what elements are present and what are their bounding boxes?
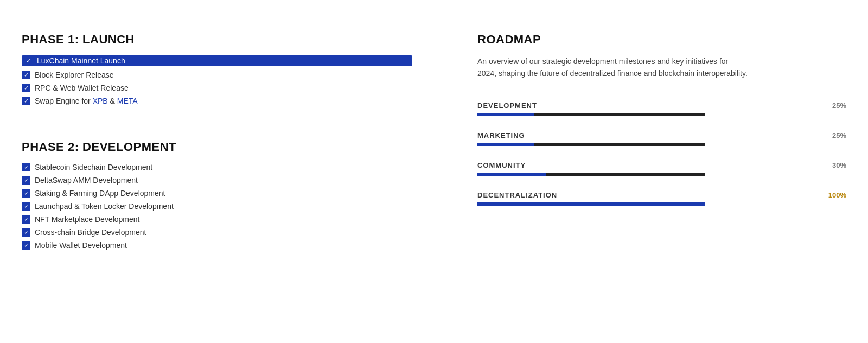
progress-decentralization: DECENTRALIZATION 100% (477, 191, 846, 206)
list-item: ✓ NFT Marketplace Development (22, 215, 412, 224)
checkbox-icon: ✓ (22, 84, 30, 92)
progress-bar-fill-marketing (477, 143, 534, 146)
roadmap-description: An overview of our strategic development… (477, 55, 749, 80)
page-container: PHASE 1: LAUNCH ✓ LuxChain Mainnet Launc… (0, 0, 868, 289)
list-item: ✓ Launchpad & Token Locker Development (22, 202, 412, 211)
progress-bar-fill-development (477, 113, 534, 116)
progress-pct-decentralization: 100% (828, 191, 846, 199)
list-item: ✓ Cross-chain Bridge Development (22, 228, 412, 237)
phase1-item-mainnet: LuxChain Mainnet Launch (37, 56, 125, 65)
progress-header-development: DEVELOPMENT 25% (477, 101, 846, 110)
left-panel: PHASE 1: LAUNCH ✓ LuxChain Mainnet Launc… (22, 33, 434, 267)
progress-header-marketing: MARKETING 25% (477, 131, 846, 139)
list-item: ✓ Stablecoin Sidechain Development (22, 163, 412, 172)
progress-pct-marketing: 25% (832, 131, 846, 139)
checkbox-icon: ✓ (22, 176, 30, 185)
checkbox-icon: ✓ (24, 56, 33, 65)
progress-label-community: COMMUNITY (477, 161, 526, 169)
progress-label-marketing: MARKETING (477, 131, 525, 139)
checkbox-icon: ✓ (22, 163, 30, 172)
phase2-checklist: ✓ Stablecoin Sidechain Development ✓ Del… (22, 163, 412, 250)
phase1-checklist: ✓ LuxChain Mainnet Launch ✓ Block Explor… (22, 55, 412, 105)
list-item: ✓ LuxChain Mainnet Launch (22, 55, 412, 66)
checkbox-icon: ✓ (22, 189, 30, 198)
progress-bar-track-decentralization (477, 202, 705, 206)
checkbox-icon: ✓ (22, 228, 30, 237)
phase2-item-stablecoin: Stablecoin Sidechain Development (35, 163, 152, 172)
phase1-title: PHASE 1: LAUNCH (22, 33, 412, 47)
roadmap-title: ROADMAP (477, 33, 846, 47)
list-item: ✓ Mobile Wallet Development (22, 241, 412, 250)
phase2-item-staking: Staking & Farming DApp Development (35, 189, 165, 198)
progress-bar-track-marketing (477, 143, 705, 146)
checkbox-icon: ✓ (22, 202, 30, 211)
meta-link[interactable]: META (117, 97, 138, 105)
right-panel: ROADMAP An overview of our strategic dev… (434, 33, 846, 267)
list-item: ✓ Block Explorer Release (22, 71, 412, 79)
progress-marketing: MARKETING 25% (477, 131, 846, 146)
progress-label-development: DEVELOPMENT (477, 101, 537, 110)
phase1-item-swap: Swap Engine for XPB & META (35, 97, 138, 105)
progress-community: COMMUNITY 30% (477, 161, 846, 176)
list-item: ✓ DeltaSwap AMM Development (22, 176, 412, 185)
list-item: ✓ Swap Engine for XPB & META (22, 97, 412, 105)
phase2-item-deltaswap: DeltaSwap AMM Development (35, 176, 138, 185)
phase2-title: PHASE 2: DEVELOPMENT (22, 140, 412, 154)
progress-bar-fill-community (477, 173, 546, 176)
checkbox-icon: ✓ (22, 71, 30, 79)
progress-bar-track-community (477, 173, 705, 176)
phase2-item-mobile: Mobile Wallet Development (35, 241, 127, 250)
progress-bar-track-development (477, 113, 705, 116)
list-item: ✓ Staking & Farming DApp Development (22, 189, 412, 198)
phase1-item-rpc-wallet: RPC & Web Wallet Release (35, 84, 129, 92)
progress-label-decentralization: DECENTRALIZATION (477, 191, 557, 199)
progress-header-community: COMMUNITY 30% (477, 161, 846, 169)
progress-pct-community: 30% (832, 161, 846, 169)
progress-header-decentralization: DECENTRALIZATION 100% (477, 191, 846, 199)
progress-development: DEVELOPMENT 25% (477, 101, 846, 116)
checkbox-icon: ✓ (22, 97, 30, 105)
phase2-item-crosschain: Cross-chain Bridge Development (35, 228, 146, 237)
checkbox-icon: ✓ (22, 241, 30, 250)
phase2-item-nft: NFT Marketplace Development (35, 215, 139, 224)
phase2-item-launchpad: Launchpad & Token Locker Development (35, 202, 174, 211)
xpb-link[interactable]: XPB (93, 97, 108, 105)
phase1-item-block-explorer: Block Explorer Release (35, 71, 114, 79)
list-item: ✓ RPC & Web Wallet Release (22, 84, 412, 92)
checkbox-icon: ✓ (22, 215, 30, 224)
progress-pct-development: 25% (832, 101, 846, 110)
progress-bar-fill-decentralization (477, 202, 705, 206)
